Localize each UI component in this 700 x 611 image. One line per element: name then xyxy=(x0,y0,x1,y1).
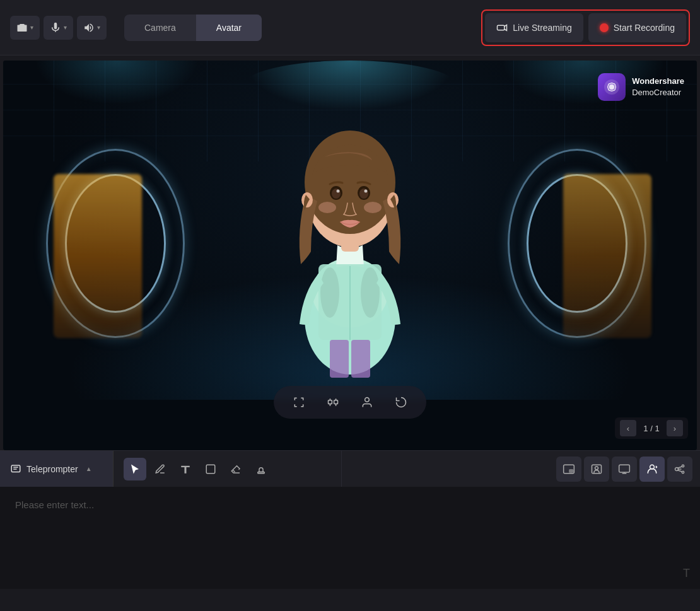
effects-icon xyxy=(674,463,686,475)
svg-point-6 xyxy=(361,267,380,318)
teleprompter-chevron-icon: ▲ xyxy=(86,465,92,472)
avatar-ctrl-adjust[interactable] xyxy=(323,392,343,412)
page-counter: 1 / 1 xyxy=(641,424,662,433)
fullscreen-icon xyxy=(293,396,305,409)
avatar-container xyxy=(243,91,457,419)
avatar-ctrl-fullscreen[interactable] xyxy=(289,392,309,412)
svg-rect-21 xyxy=(351,340,370,378)
text-area-section: Please enter text... T xyxy=(0,487,700,589)
teleprompter-icon xyxy=(10,463,21,475)
watermark-icon xyxy=(598,73,626,101)
page-prev-btn[interactable]: ‹ xyxy=(620,420,636,436)
page-nav: ‹ 1 / 1 › xyxy=(615,417,688,439)
pip-btn[interactable] xyxy=(556,457,581,482)
tool-eraser-btn[interactable] xyxy=(225,458,247,480)
live-streaming-btn[interactable]: Live Streaming xyxy=(485,13,583,42)
teleprompter-dropdown-btn[interactable]: Teleprompter ▲ xyxy=(0,451,114,487)
text-tool-icon xyxy=(180,463,191,475)
tool-shape-btn[interactable] xyxy=(199,458,222,480)
tool-select-btn[interactable] xyxy=(124,458,146,480)
tab-avatar[interactable]: Avatar xyxy=(196,15,262,41)
svg-rect-23 xyxy=(334,400,338,404)
record-dot-icon xyxy=(600,23,609,32)
text-resize-icon: T xyxy=(683,567,690,580)
light-top-left xyxy=(35,61,199,105)
effects-btn[interactable] xyxy=(667,457,692,482)
svg-point-17 xyxy=(364,202,382,213)
avatar-source-btn[interactable] xyxy=(639,457,665,482)
tool-group xyxy=(114,451,342,487)
speaker-icon xyxy=(83,22,95,33)
avatar-figure xyxy=(262,78,438,381)
main-preview: Wondershare DemoCreator ‹ 1 / 1 › xyxy=(3,61,697,450)
view-tab-group: Camera Avatar xyxy=(124,15,262,41)
text-placeholder: Please enter text... xyxy=(15,499,94,510)
live-streaming-icon xyxy=(496,22,508,33)
mic-icon xyxy=(50,22,61,33)
bottom-toolbar: Teleprompter ▲ xyxy=(0,450,700,487)
svg-point-5 xyxy=(320,267,339,318)
svg-rect-22 xyxy=(329,400,332,404)
avatar-ctrl-rotate[interactable] xyxy=(391,392,411,412)
pen-tool-icon xyxy=(155,463,166,475)
stamp-tool-icon xyxy=(255,463,267,475)
tool-text-btn[interactable] xyxy=(174,458,197,480)
screen-icon xyxy=(618,463,631,475)
select-tool-icon xyxy=(129,463,141,475)
action-btn-group: Live Streaming Start Recording xyxy=(481,9,690,46)
svg-point-28 xyxy=(365,398,370,402)
svg-rect-0 xyxy=(498,25,505,30)
svg-point-40 xyxy=(675,467,679,470)
svg-point-36 xyxy=(595,466,598,469)
facecam-btn[interactable] xyxy=(584,457,609,482)
avatar-ctrl-person[interactable] xyxy=(357,392,377,412)
svg-point-42 xyxy=(682,471,684,473)
rotate-icon xyxy=(395,396,407,409)
svg-rect-35 xyxy=(569,469,573,472)
mic-btn[interactable]: ▾ xyxy=(44,16,73,40)
watermark: Wondershare DemoCreator xyxy=(598,73,684,101)
speaker-chevron: ▾ xyxy=(97,24,100,31)
avatar-controls-overlay xyxy=(274,386,426,419)
democreator-logo-icon xyxy=(604,79,620,95)
svg-rect-32 xyxy=(206,465,215,474)
shape-tool-icon xyxy=(205,463,216,475)
device-controls: ▾ ▾ ▾ xyxy=(10,16,107,40)
tab-camera[interactable]: Camera xyxy=(124,15,196,41)
svg-point-41 xyxy=(682,465,684,467)
page-next-btn[interactable]: › xyxy=(667,420,683,436)
svg-rect-38 xyxy=(619,465,630,472)
right-tool-group xyxy=(549,451,700,487)
camera-btn[interactable]: ▾ xyxy=(10,16,40,40)
svg-point-16 xyxy=(318,202,336,213)
svg-point-30 xyxy=(609,84,614,90)
svg-rect-33 xyxy=(258,472,265,473)
person-icon xyxy=(361,396,373,409)
speaker-btn[interactable]: ▾ xyxy=(77,16,107,40)
start-recording-btn[interactable]: Start Recording xyxy=(588,13,686,42)
avatar-source-icon xyxy=(646,463,658,475)
facecam-icon xyxy=(590,463,603,475)
svg-point-14 xyxy=(337,190,340,193)
screen-btn[interactable] xyxy=(612,457,637,482)
pip-icon xyxy=(563,463,575,475)
svg-rect-20 xyxy=(330,340,349,378)
watermark-text: Wondershare DemoCreator xyxy=(632,76,684,98)
top-bar: ▾ ▾ ▾ Camera Avatar Live Streami xyxy=(0,0,700,55)
tool-pen-btn[interactable] xyxy=(149,458,172,480)
adjust-icon xyxy=(327,396,339,409)
eraser-tool-icon xyxy=(230,463,242,475)
tool-stamp-btn[interactable] xyxy=(250,458,272,480)
mic-chevron: ▾ xyxy=(64,24,67,31)
camera-icon xyxy=(16,22,28,33)
svg-point-15 xyxy=(365,190,368,193)
camera-chevron: ▾ xyxy=(30,24,33,31)
